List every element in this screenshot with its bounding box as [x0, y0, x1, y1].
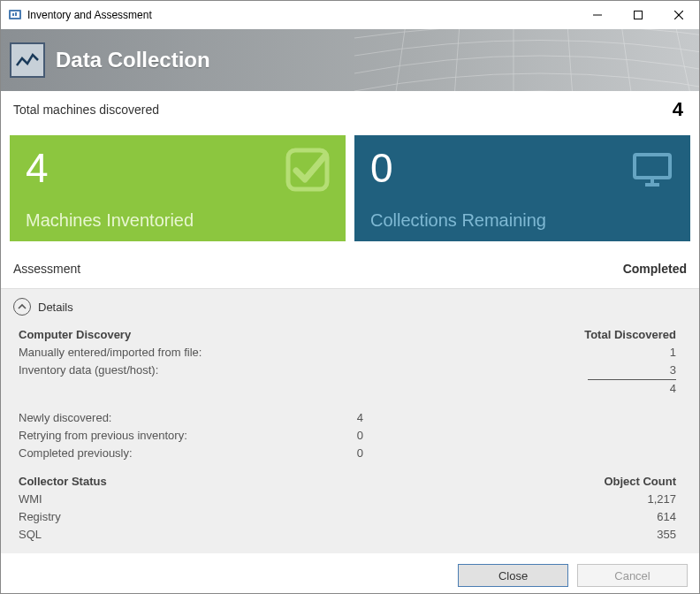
discovery-sum: 4: [363, 380, 681, 398]
total-discovered-heading: Total Discovered: [363, 326, 681, 344]
progress-row: Newly discovered: 4: [19, 409, 681, 427]
summary-tiles: 4 Machines Inventoried 0 Collections Rem…: [1, 128, 699, 248]
discovery-heading: Computer Discovery: [19, 326, 266, 344]
discovery-row-total: 3: [363, 362, 681, 379]
details-section: Details Computer Discovery Total Discove…: [1, 289, 699, 553]
svg-rect-15: [635, 155, 670, 178]
inventoried-value: 4: [26, 148, 330, 188]
collector-row: SQL 355: [19, 526, 681, 544]
collector-row-count: 614: [363, 508, 681, 526]
svg-line-9: [452, 29, 460, 91]
collector-row: WMI 1,217: [19, 491, 681, 508]
assessment-status: Completed: [623, 262, 687, 276]
details-label: Details: [38, 301, 73, 314]
total-discovered-row: Total machines discovered 4: [1, 91, 699, 128]
title-bar: Inventory and Assessment: [1, 1, 699, 29]
total-discovered-value: 4: [673, 98, 683, 121]
total-discovered-label: Total machines discovered: [13, 103, 159, 117]
chevron-up-icon: [13, 298, 31, 316]
header-icon: [10, 42, 45, 78]
collector-row-label: WMI: [19, 491, 266, 508]
window-title: Inventory and Assessment: [27, 9, 152, 21]
discovery-row: Manually entered/imported from file: 1: [19, 344, 681, 362]
details-body: Computer Discovery Total Discovered Manu…: [13, 326, 687, 550]
minimize-button[interactable]: [577, 1, 618, 29]
discovery-row-total: 1: [363, 344, 681, 362]
header-banner: Data Collection: [1, 29, 699, 91]
collector-row: Registry 614: [19, 508, 681, 526]
svg-rect-2: [12, 13, 14, 16]
assessment-label: Assessment: [13, 262, 80, 276]
svg-rect-3: [15, 12, 17, 16]
progress-row-count: 4: [266, 409, 363, 427]
remaining-caption: Collections Remaining: [370, 210, 546, 231]
progress-row-label: Retrying from previous inventory:: [19, 427, 266, 445]
svg-line-8: [390, 29, 407, 91]
dialog-footer: Close Cancel: [0, 564, 700, 587]
svg-rect-5: [635, 11, 643, 19]
progress-row-label: Newly discovered:: [19, 409, 266, 427]
details-toggle[interactable]: Details: [13, 298, 687, 316]
collector-row-label: SQL: [19, 526, 266, 544]
page-title: Data Collection: [56, 48, 210, 72]
progress-row: Completed previously: 0: [19, 445, 681, 462]
progress-row-label: Completed previously:: [19, 445, 266, 462]
checkmark-icon: [285, 148, 330, 192]
app-icon: [8, 8, 22, 22]
collector-row-count: 1,217: [363, 491, 681, 508]
inventoried-caption: Machines Inventoried: [26, 210, 194, 231]
close-window-button[interactable]: [658, 1, 699, 29]
monitor-icon: [630, 148, 674, 192]
progress-row-count: 0: [266, 427, 363, 445]
progress-row-count: 0: [266, 445, 363, 462]
discovery-row-label: Inventory data (guest/host):: [19, 362, 266, 379]
remaining-value: 0: [370, 148, 674, 188]
progress-row: Retrying from previous inventory: 0: [19, 427, 681, 445]
discovery-row: Inventory data (guest/host): 3: [19, 362, 681, 379]
header-grid-decor: [354, 29, 699, 91]
object-count-heading: Object Count: [363, 473, 681, 491]
discovery-row-label: Manually entered/imported from file:: [19, 344, 266, 362]
assessment-row: Assessment Completed: [1, 248, 699, 289]
close-button[interactable]: Close: [458, 564, 568, 587]
collector-heading: Collector Status: [19, 473, 266, 491]
tile-collections-remaining: 0 Collections Remaining: [354, 135, 690, 241]
tile-machines-inventoried: 4 Machines Inventoried: [10, 135, 346, 241]
collector-row-label: Registry: [19, 508, 266, 526]
cancel-button: Cancel: [577, 564, 688, 587]
svg-line-13: [673, 29, 699, 91]
collector-row-count: 355: [363, 526, 681, 544]
svg-line-11: [567, 29, 575, 91]
maximize-button[interactable]: [618, 1, 658, 29]
